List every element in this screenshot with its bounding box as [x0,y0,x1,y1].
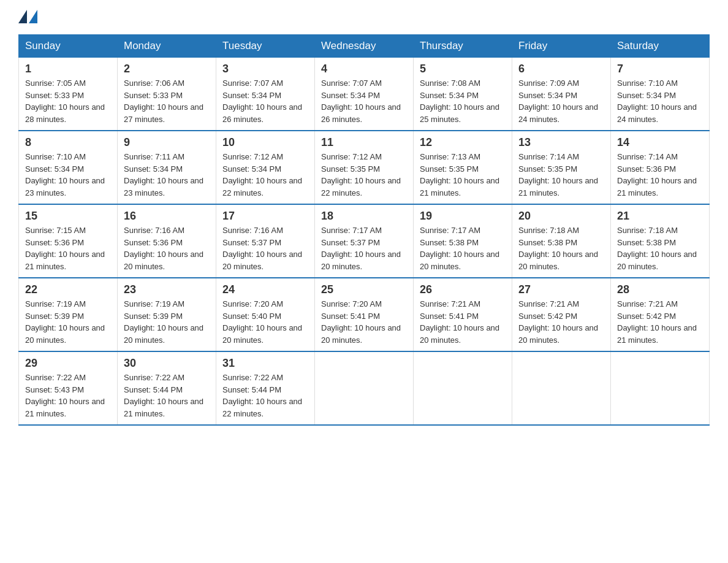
day-cell: 18Sunrise: 7:17 AMSunset: 5:37 PMDayligh… [315,204,414,278]
day-cell: 21Sunrise: 7:18 AMSunset: 5:38 PMDayligh… [611,204,710,278]
day-info: Sunrise: 7:18 AMSunset: 5:38 PMDaylight:… [518,224,604,272]
day-cell: 28Sunrise: 7:21 AMSunset: 5:42 PMDayligh… [611,278,710,351]
week-row-2: 8Sunrise: 7:10 AMSunset: 5:34 PMDaylight… [19,131,710,204]
day-number: 9 [124,136,210,149]
day-info: Sunrise: 7:16 AMSunset: 5:36 PMDaylight:… [124,224,210,272]
day-cell: 2Sunrise: 7:06 AMSunset: 5:33 PMDaylight… [118,58,216,131]
calendar-header: SundayMondayTuesdayWednesdayThursdayFrid… [19,35,710,58]
day-info: Sunrise: 7:21 AMSunset: 5:42 PMDaylight:… [518,298,604,346]
day-info: Sunrise: 7:16 AMSunset: 5:37 PMDaylight:… [222,224,308,272]
day-info: Sunrise: 7:15 AMSunset: 5:36 PMDaylight:… [25,224,111,272]
week-row-5: 29Sunrise: 7:22 AMSunset: 5:43 PMDayligh… [19,351,710,425]
day-cell: 30Sunrise: 7:22 AMSunset: 5:44 PMDayligh… [118,351,216,425]
day-number: 27 [518,283,604,296]
day-cell: 10Sunrise: 7:12 AMSunset: 5:34 PMDayligh… [216,131,315,204]
day-number: 6 [518,63,604,75]
day-cell: 19Sunrise: 7:17 AMSunset: 5:38 PMDayligh… [414,204,512,278]
day-number: 11 [321,136,407,149]
day-info: Sunrise: 7:17 AMSunset: 5:37 PMDaylight:… [321,224,407,272]
day-info: Sunrise: 7:18 AMSunset: 5:38 PMDaylight:… [617,224,703,272]
day-number: 15 [25,210,111,223]
day-cell: 24Sunrise: 7:20 AMSunset: 5:40 PMDayligh… [216,278,315,351]
day-number: 12 [420,136,506,149]
day-info: Sunrise: 7:22 AMSunset: 5:44 PMDaylight:… [124,372,210,419]
day-number: 24 [222,283,308,296]
day-number: 2 [124,63,210,75]
day-info: Sunrise: 7:17 AMSunset: 5:38 PMDaylight:… [420,224,506,272]
day-number: 18 [321,210,407,223]
day-cell: 27Sunrise: 7:21 AMSunset: 5:42 PMDayligh… [512,278,611,351]
day-info: Sunrise: 7:19 AMSunset: 5:39 PMDaylight:… [124,298,210,346]
day-number: 23 [124,283,210,296]
day-info: Sunrise: 7:20 AMSunset: 5:41 PMDaylight:… [321,298,407,346]
day-info: Sunrise: 7:19 AMSunset: 5:39 PMDaylight:… [25,298,111,346]
day-cell [512,351,611,425]
day-cell: 11Sunrise: 7:12 AMSunset: 5:35 PMDayligh… [315,131,414,204]
day-cell: 23Sunrise: 7:19 AMSunset: 5:39 PMDayligh… [118,278,216,351]
day-info: Sunrise: 7:09 AMSunset: 5:34 PMDaylight:… [518,77,604,125]
week-row-4: 22Sunrise: 7:19 AMSunset: 5:39 PMDayligh… [19,278,710,351]
day-header-tuesday: Tuesday [216,35,315,58]
day-cell [315,351,414,425]
header [18,12,710,23]
day-cell: 6Sunrise: 7:09 AMSunset: 5:34 PMDaylight… [512,58,611,131]
day-number: 7 [617,63,703,75]
day-cell: 1Sunrise: 7:05 AMSunset: 5:33 PMDaylight… [19,58,118,131]
day-number: 19 [420,210,506,223]
day-cell: 25Sunrise: 7:20 AMSunset: 5:41 PMDayligh… [315,278,414,351]
day-header-saturday: Saturday [611,35,710,58]
day-info: Sunrise: 7:10 AMSunset: 5:34 PMDaylight:… [25,151,111,199]
day-number: 3 [222,63,308,75]
day-number: 10 [222,136,308,149]
day-info: Sunrise: 7:12 AMSunset: 5:34 PMDaylight:… [222,151,308,199]
day-number: 4 [321,63,407,75]
day-cell: 26Sunrise: 7:21 AMSunset: 5:41 PMDayligh… [414,278,512,351]
day-number: 1 [25,63,111,75]
day-cell: 15Sunrise: 7:15 AMSunset: 5:36 PMDayligh… [19,204,118,278]
week-row-3: 15Sunrise: 7:15 AMSunset: 5:36 PMDayligh… [19,204,710,278]
day-cell: 5Sunrise: 7:08 AMSunset: 5:34 PMDaylight… [414,58,512,131]
day-number: 16 [124,210,210,223]
day-number: 25 [321,283,407,296]
day-info: Sunrise: 7:08 AMSunset: 5:34 PMDaylight:… [420,77,506,125]
day-header-friday: Friday [512,35,611,58]
day-info: Sunrise: 7:21 AMSunset: 5:42 PMDaylight:… [617,298,703,346]
day-number: 28 [617,283,703,296]
day-info: Sunrise: 7:05 AMSunset: 5:33 PMDaylight:… [25,77,111,125]
day-number: 5 [420,63,506,75]
day-cell: 17Sunrise: 7:16 AMSunset: 5:37 PMDayligh… [216,204,315,278]
day-info: Sunrise: 7:12 AMSunset: 5:35 PMDaylight:… [321,151,407,199]
day-number: 20 [518,210,604,223]
day-header-sunday: Sunday [19,35,118,58]
day-cell [414,351,512,425]
day-info: Sunrise: 7:21 AMSunset: 5:41 PMDaylight:… [420,298,506,346]
day-number: 26 [420,283,506,296]
day-cell: 9Sunrise: 7:11 AMSunset: 5:34 PMDaylight… [118,131,216,204]
logo [18,12,37,23]
day-info: Sunrise: 7:06 AMSunset: 5:33 PMDaylight:… [124,77,210,125]
day-info: Sunrise: 7:22 AMSunset: 5:44 PMDaylight:… [222,372,308,419]
day-number: 8 [25,136,111,149]
calendar-table: SundayMondayTuesdayWednesdayThursdayFrid… [18,34,710,426]
day-number: 30 [124,357,210,370]
day-cell: 20Sunrise: 7:18 AMSunset: 5:38 PMDayligh… [512,204,611,278]
day-cell [611,351,710,425]
day-info: Sunrise: 7:10 AMSunset: 5:34 PMDaylight:… [617,77,703,125]
day-number: 29 [25,357,111,370]
day-info: Sunrise: 7:07 AMSunset: 5:34 PMDaylight:… [321,77,407,125]
day-number: 13 [518,136,604,149]
day-cell: 3Sunrise: 7:07 AMSunset: 5:34 PMDaylight… [216,58,315,131]
calendar-body: 1Sunrise: 7:05 AMSunset: 5:33 PMDaylight… [19,58,710,426]
day-number: 14 [617,136,703,149]
week-row-1: 1Sunrise: 7:05 AMSunset: 5:33 PMDaylight… [19,58,710,131]
day-cell: 12Sunrise: 7:13 AMSunset: 5:35 PMDayligh… [414,131,512,204]
day-cell: 29Sunrise: 7:22 AMSunset: 5:43 PMDayligh… [19,351,118,425]
day-number: 21 [617,210,703,223]
day-cell: 22Sunrise: 7:19 AMSunset: 5:39 PMDayligh… [19,278,118,351]
day-header-thursday: Thursday [414,35,512,58]
day-cell: 8Sunrise: 7:10 AMSunset: 5:34 PMDaylight… [19,131,118,204]
day-info: Sunrise: 7:22 AMSunset: 5:43 PMDaylight:… [25,372,111,419]
day-info: Sunrise: 7:07 AMSunset: 5:34 PMDaylight:… [222,77,308,125]
day-info: Sunrise: 7:14 AMSunset: 5:35 PMDaylight:… [518,151,604,199]
day-number: 22 [25,283,111,296]
